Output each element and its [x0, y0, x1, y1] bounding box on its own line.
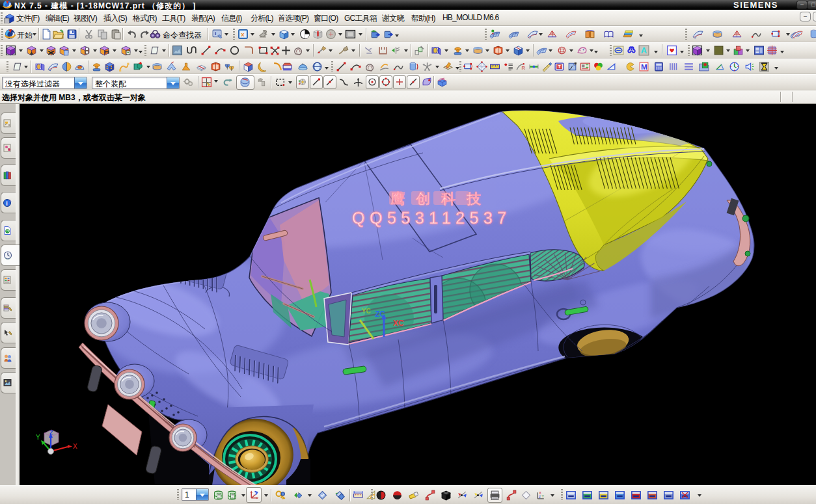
svg-text:i: i	[6, 200, 8, 207]
svg-text:Y: Y	[542, 494, 545, 498]
svg-text:i: i	[215, 31, 216, 36]
svg-text:鹰创科技: 鹰创科技	[390, 191, 492, 207]
svg-text:A: A	[641, 46, 647, 55]
svg-text:Y: Y	[36, 434, 40, 441]
svg-text:M: M	[641, 62, 647, 71]
svg-text:x: x	[241, 31, 245, 38]
svg-text:QQ553112537: QQ553112537	[352, 209, 511, 227]
svg-text:Z: Z	[539, 495, 541, 499]
svg-text:X: X	[73, 443, 77, 450]
svg-text:XC: XC	[393, 319, 404, 328]
svg-text:R: R	[522, 65, 526, 71]
svg-text:YC: YC	[362, 308, 371, 315]
